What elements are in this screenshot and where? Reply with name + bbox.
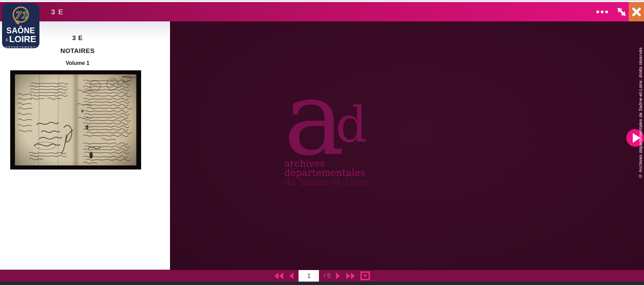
next-page-button[interactable] (335, 272, 341, 280)
more-options-button[interactable] (590, 2, 614, 21)
last-page-button[interactable] (345, 272, 356, 280)
watermark-letter-d: d (336, 96, 367, 153)
logo-name-line2: &LOIRE (2, 35, 39, 44)
logo-ampersand: & (5, 37, 9, 42)
document-reference-title: 3 E (51, 8, 64, 16)
next-page-icon (335, 272, 341, 280)
department-logo: 71 SAÔNE &LOIRE DÉPARTEMENT (2, 3, 39, 48)
previous-page-icon (288, 272, 294, 280)
watermark-line1: archives (284, 159, 370, 168)
goto-page-icon (360, 271, 370, 281)
first-page-button[interactable] (274, 272, 284, 280)
viewer-canvas[interactable]: a d archives départementales de Saône-et… (170, 21, 644, 270)
fullscreen-icon (616, 6, 627, 18)
document-volume: Volume 1 (0, 60, 155, 66)
watermark-line3: de Saône-et-Loire (284, 177, 370, 186)
manuscript-preview-image (10, 70, 141, 170)
close-button[interactable] (629, 2, 644, 21)
logo-subtitle: DÉPARTEMENT (2, 46, 39, 49)
close-icon (631, 6, 642, 17)
goto-page-button[interactable] (360, 271, 370, 281)
more-options-icon (596, 9, 609, 14)
document-info-panel: 3 E NOTAIRES Volume 1 (0, 21, 170, 270)
app-window: 3 E (0, 0, 644, 285)
logo-number: 71 (14, 10, 27, 20)
last-page-icon (345, 272, 356, 280)
page-count-label: / 5 (323, 272, 331, 280)
watermark-caption: archives départementales de Saône-et-Loi… (284, 159, 370, 186)
title-bar: 3 E (0, 2, 644, 21)
pagination-bar: / 5 (0, 270, 644, 282)
copyright-notice: © Archives départementales de Saône-et-L… (638, 28, 643, 198)
watermark: a d (284, 100, 372, 159)
first-page-icon (274, 272, 284, 280)
watermark-line2: départementales (284, 168, 370, 177)
logo-name-line1: SAÔNE (2, 26, 39, 35)
page-input[interactable] (299, 270, 319, 282)
document-thumbnail[interactable] (10, 70, 141, 170)
title-bar-actions (590, 2, 644, 21)
fullscreen-button[interactable] (614, 2, 629, 21)
previous-page-button[interactable] (288, 272, 294, 280)
logo-71-icon: 71 (11, 5, 31, 25)
bottom-strip (0, 282, 644, 285)
